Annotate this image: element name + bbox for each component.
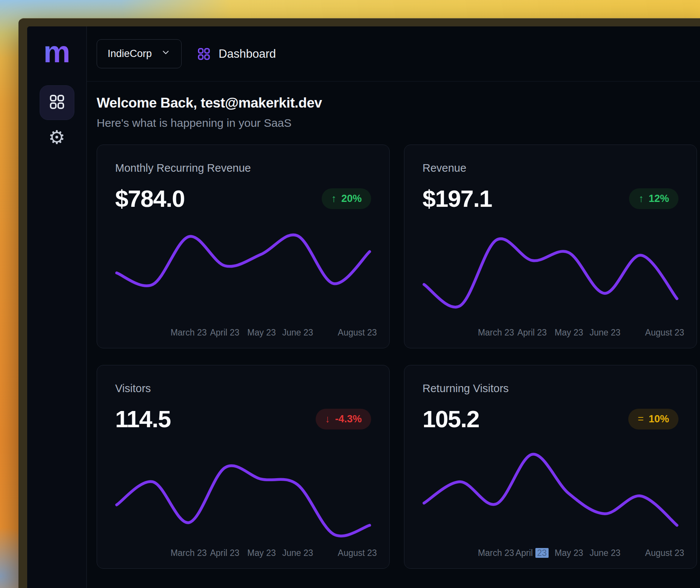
selection-highlight: 23: [535, 548, 549, 558]
metric-card-returning-visitors: Returning Visitors 105.2 = 10% March 23A…: [404, 365, 697, 569]
x-axis-tick: March 23: [478, 548, 514, 558]
trend-badge-label: 20%: [341, 193, 362, 205]
line-chart: March 23April 23May 23June 23August 23: [422, 439, 678, 548]
x-axis-tick: August 23: [645, 548, 685, 558]
x-axis: March 23April 23May 23June 23August 23: [422, 328, 678, 339]
x-axis-tick: May 23: [555, 328, 583, 337]
sidebar-item-dashboard[interactable]: [40, 85, 74, 120]
metric-card-mrr: Monthly Recurring Revenue $784.0 ↑ 20% M…: [97, 145, 390, 348]
line-chart: March 23April 23May 23June 23August 23: [115, 439, 371, 548]
x-axis-tick: May 23: [555, 548, 583, 558]
x-axis-tick: April 23: [210, 548, 239, 558]
x-axis-tick: March 23: [478, 328, 514, 337]
x-axis-tick: June 23: [282, 328, 313, 337]
x-axis-tick: May 23: [247, 328, 276, 337]
x-axis-tick: April 23: [210, 328, 239, 337]
breadcrumb: Dashboard: [197, 47, 276, 61]
x-axis-tick: April 23: [517, 328, 547, 337]
grid-icon: [48, 93, 66, 112]
x-axis-tick: June 23: [589, 548, 620, 558]
x-axis-tick: May 23: [247, 548, 276, 558]
dashboard-content: Welcome Back, test@makerkit.dev Here's w…: [87, 82, 700, 588]
metric-value: 114.5: [115, 405, 171, 433]
x-axis-tick: August 23: [645, 328, 685, 337]
x-axis-tick: August 23: [338, 328, 377, 337]
card-title: Monthly Recurring Revenue: [115, 162, 371, 174]
welcome-subtitle: Here's what is happening in your SaaS: [97, 117, 697, 129]
x-axis-tick: March 23: [171, 548, 207, 558]
x-axis: March 23April 23May 23June 23August 23: [115, 328, 371, 339]
trend-badge: ↑ 20%: [322, 188, 371, 209]
metric-card-revenue: Revenue $197.1 ↑ 12% March 23April 23May…: [404, 145, 697, 348]
metric-value: 105.2: [422, 405, 479, 433]
x-axis-tick: April 23: [515, 548, 549, 558]
line-chart: March 23April 23May 23June 23August 23: [115, 218, 371, 328]
metric-row: 114.5 ↓ -4.3%: [115, 405, 371, 433]
x-axis-tick: March 23: [171, 328, 207, 337]
arrow-down-icon: ↓: [325, 413, 330, 425]
sidebar-item-settings[interactable]: ⚙: [45, 125, 69, 149]
grid-icon: [197, 47, 211, 61]
trend-badge: ↑ 12%: [629, 188, 678, 209]
card-title: Visitors: [115, 382, 371, 395]
equals-icon: =: [638, 413, 644, 425]
x-axis-tick: June 23: [282, 548, 313, 558]
workspace-selector-button[interactable]: IndieCorp: [97, 39, 182, 68]
main-area: IndieCorp: [87, 26, 700, 588]
trend-badge: ↓ -4.3%: [316, 409, 371, 429]
metric-row: $784.0 ↑ 20%: [115, 184, 371, 213]
workspace-selector-label: IndieCorp: [108, 48, 152, 60]
metric-card-visitors: Visitors 114.5 ↓ -4.3% March 23April 23M…: [97, 365, 390, 569]
makerkit-logo: m: [43, 35, 70, 69]
topbar: IndieCorp: [87, 26, 700, 82]
x-axis: March 23April 23May 23June 23August 23: [422, 548, 678, 559]
arrow-up-icon: ↑: [638, 193, 644, 205]
page-title: Dashboard: [219, 47, 276, 61]
arrow-up-icon: ↑: [331, 193, 336, 205]
trend-badge-label: 10%: [649, 413, 669, 425]
card-title: Revenue: [422, 162, 678, 174]
app-content: m ⚙ IndieCorp: [27, 26, 700, 588]
trend-badge: = 10%: [628, 409, 678, 429]
metric-value: $784.0: [115, 184, 185, 213]
card-title: Returning Visitors: [422, 382, 678, 395]
x-axis-tick: June 23: [589, 328, 620, 337]
metric-value: $197.1: [422, 184, 492, 213]
trend-badge-label: -4.3%: [335, 413, 362, 425]
gear-icon: ⚙: [48, 128, 65, 147]
welcome-title: Welcome Back, test@makerkit.dev: [97, 95, 697, 111]
sidebar: m ⚙: [27, 26, 87, 588]
x-axis-tick: August 23: [338, 548, 377, 558]
metric-row: 105.2 = 10%: [422, 405, 678, 433]
line-chart: March 23April 23May 23June 23August 23: [422, 218, 678, 328]
trend-badge-label: 12%: [649, 193, 669, 205]
chevron-down-icon: [161, 48, 171, 60]
app-window: m ⚙ IndieCorp: [19, 18, 700, 588]
metric-row: $197.1 ↑ 12%: [422, 184, 678, 213]
x-axis: March 23April 23May 23June 23August 23: [115, 548, 371, 559]
metrics-grid: Monthly Recurring Revenue $784.0 ↑ 20% M…: [97, 145, 697, 569]
